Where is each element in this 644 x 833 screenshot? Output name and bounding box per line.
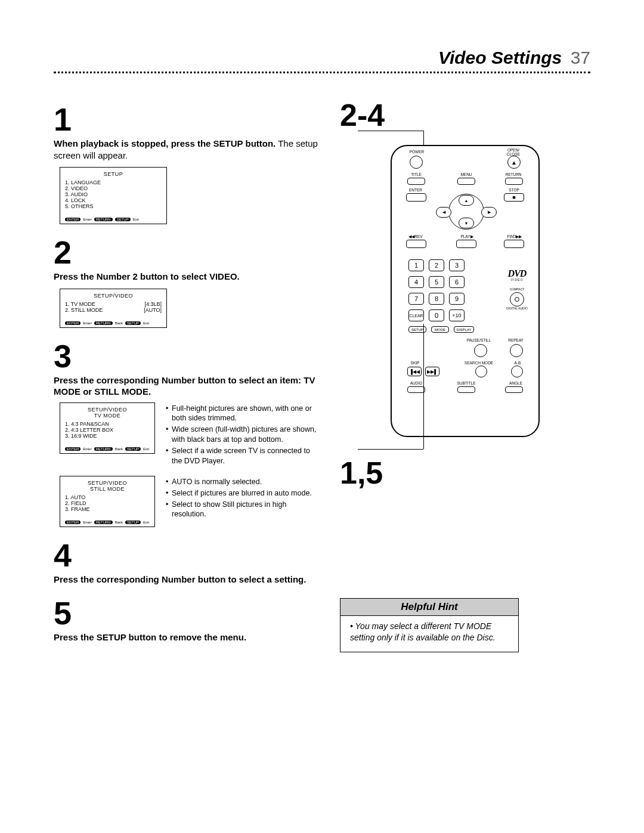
repeat-button[interactable]	[510, 344, 523, 357]
dpad-right[interactable]: ▶	[481, 207, 497, 218]
remote-control: POWER OPEN/ CLOSE ▲ TITLE MENU RETURN EN…	[391, 145, 540, 437]
osd-setup-item: 1. LANGUAGE	[65, 179, 162, 185]
fwd-button[interactable]	[504, 240, 524, 248]
mode-button[interactable]: MODE	[431, 326, 449, 333]
pill-text: Enter	[83, 218, 91, 221]
num-5-button[interactable]: 5	[429, 276, 444, 288]
num-8-button[interactable]: 8	[429, 293, 444, 305]
bullet: Select if pictures are blurred in auto m…	[166, 488, 322, 498]
cd-top: COMPACT	[503, 287, 531, 291]
step-1-bold: When playback is stopped, press the SETU…	[54, 138, 275, 148]
osd-stillmode-pair: SETUP/VIDEO STILL MODE 1. AUTO 2. FIELD …	[60, 476, 322, 527]
power-button[interactable]	[410, 156, 423, 169]
hint-body: You may select a different TV MODE setti…	[340, 616, 518, 652]
stop-button[interactable]: ■	[504, 193, 524, 202]
label-enter: ENTER	[405, 188, 426, 192]
skip-back-button[interactable]: ▐◀◀	[407, 367, 422, 376]
open-close-button[interactable]: ▲	[507, 156, 521, 169]
label-stop: STOP	[504, 188, 524, 192]
osd-setup-item: 4. LOCK	[65, 197, 162, 203]
pausestill-button[interactable]	[474, 344, 487, 357]
pill: RETURN	[94, 321, 113, 325]
step-2-body: Press the Number 2 button to select VIDE…	[54, 271, 322, 283]
pill-text: Exit	[143, 447, 149, 451]
label-menu: MENU	[456, 172, 476, 176]
searchmode-button[interactable]	[475, 366, 487, 377]
angle-button[interactable]	[505, 386, 523, 393]
step-3-body: Press the corresponding Number button to…	[54, 374, 322, 398]
label-power: POWER	[405, 150, 429, 154]
dpad-down[interactable]: ▼	[459, 218, 474, 228]
step-1-body: When playback is stopped, press the SETU…	[54, 138, 322, 161]
osd-tvmode: SETUP/VIDEO TV MODE 1. 4:3 PAN&SCAN 2. 4…	[60, 402, 155, 454]
enter-button[interactable]	[406, 193, 426, 202]
osd2-left: 1. TV MODE	[65, 301, 95, 307]
pill: SETUP	[125, 321, 141, 325]
osd-setup: SETUP 1. LANGUAGE 2. VIDEO 3. AUDIO 4. L…	[60, 167, 167, 224]
bullet: Select if a wide screen TV is connected …	[166, 446, 322, 466]
pill-text: Exit	[133, 218, 139, 221]
clear-button[interactable]: CLEAR	[408, 309, 424, 321]
page-header: Video Settings 37	[54, 48, 590, 68]
audio-button[interactable]	[407, 386, 425, 393]
num-1-button[interactable]: 1	[408, 259, 424, 271]
num-9-button[interactable]: 9	[449, 293, 465, 305]
step-4-body: Press the corresponding Number button to…	[54, 574, 322, 586]
num-7-button[interactable]: 7	[408, 293, 424, 305]
ab-button[interactable]	[511, 366, 523, 377]
step-1-number: 1	[54, 103, 322, 135]
title-button[interactable]	[407, 178, 425, 185]
return-button[interactable]	[505, 178, 523, 185]
dpad-left[interactable]: ◀	[436, 207, 451, 218]
subtitle-button[interactable]	[457, 386, 475, 393]
skip-fwd-button[interactable]: ▶▶▌	[425, 367, 439, 376]
osd3b-item: 1. AUTO	[65, 494, 150, 500]
pill-text: Back	[115, 447, 123, 451]
logo-stack: DVD VIDEO COMPACT DIGITAL AUDIO	[503, 268, 531, 310]
label-ab: A-B	[509, 361, 527, 365]
num-6-button[interactable]: 6	[449, 276, 465, 288]
label-repeat: REPEAT	[504, 338, 528, 342]
osd3b-item: 2. FIELD	[65, 500, 150, 506]
tvmode-bullets: Full-height pictures are shown, with one…	[166, 402, 322, 467]
pill: ENTER	[65, 447, 80, 451]
menu-button[interactable]	[457, 178, 475, 185]
num-0-button[interactable]: 0	[429, 309, 444, 321]
step-2-number: 2	[54, 236, 322, 268]
osd3b-footer: ENTEREnter RETURNBack SETUPExit	[65, 521, 150, 524]
right-column: 2-4 POWER OPEN/ CLOSE ▲ TITLE MENU RETUR…	[340, 91, 590, 652]
pill: SETUP	[115, 218, 131, 221]
label-fwd: FWD▶▶	[503, 234, 527, 239]
callout-2-4: 2-4	[340, 97, 590, 133]
main-columns: 1 When playback is stopped, press the SE…	[54, 91, 590, 652]
osd-setup-title: SETUP	[65, 171, 162, 177]
leader-line	[423, 324, 424, 449]
pill-text: Enter	[83, 321, 91, 325]
leader-line	[358, 131, 423, 131]
num-4-button[interactable]: 4	[408, 276, 424, 288]
display-button[interactable]: DISPLAY	[454, 326, 474, 333]
play-button[interactable]	[456, 240, 476, 248]
label-angle: ANGLE	[505, 381, 527, 385]
disc-icon	[510, 292, 524, 306]
osd3b-title: SETUP/VIDEO	[65, 480, 150, 486]
osd-setup-video: SETUP/VIDEO 1. TV MODE [4:3LB] 2. STILL …	[60, 289, 167, 328]
bullet: Select to show Still pictures in high re…	[166, 500, 322, 520]
label-title: TITLE	[406, 172, 426, 176]
page-number: 37	[571, 48, 590, 67]
osd2-right: [AUTO]	[144, 307, 162, 313]
rev-button[interactable]	[406, 240, 426, 248]
pill: SETUP	[125, 521, 141, 524]
step-3-number: 3	[54, 340, 322, 372]
pill: SETUP	[125, 447, 141, 451]
label-play: PLAY▶	[456, 234, 478, 239]
stillmode-bullets: AUTO is normally selected. Select if pic…	[166, 476, 322, 521]
pill: ENTER	[65, 521, 80, 524]
num-2-button[interactable]: 2	[429, 259, 444, 271]
plus10-button[interactable]: +10	[449, 309, 465, 321]
osd3a-item: 3. 16:9 WIDE	[65, 433, 150, 439]
dvd-sub: VIDEO	[503, 278, 531, 281]
num-3-button[interactable]: 3	[449, 259, 465, 271]
helpful-hint-box: Helpful Hint You may select a different …	[340, 598, 519, 652]
dpad-up[interactable]: ▲	[459, 195, 474, 206]
